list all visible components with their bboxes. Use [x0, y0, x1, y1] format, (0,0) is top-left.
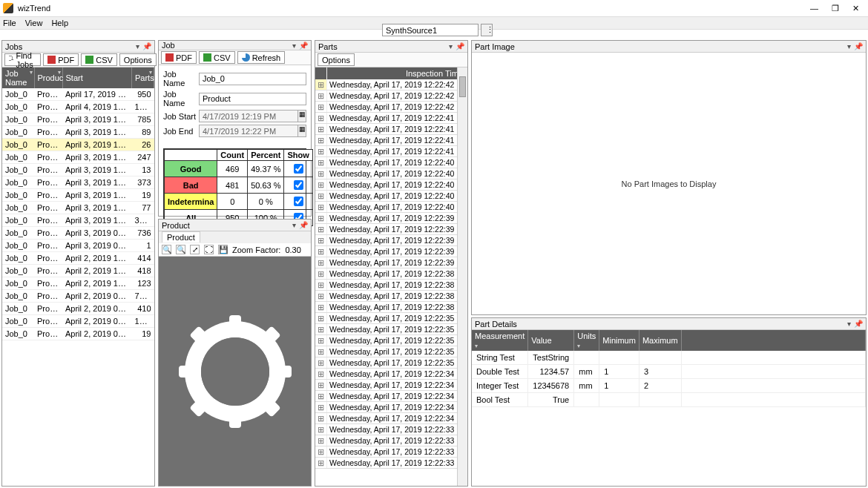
parts-row[interactable]: ⊞Wednesday, April 17, 2019 12:22:35 PMGo…	[315, 324, 457, 335]
col-parts[interactable]: Parts▾	[132, 67, 154, 88]
expand-icon[interactable]: ⊞	[315, 79, 327, 90]
parts-row[interactable]: ⊞Wednesday, April 17, 2019 12:22:35 PMGo…	[315, 357, 457, 369]
jobs-row[interactable]: Job_0ProductApril 2, 2019 08:22 AM1286	[2, 315, 154, 328]
parts-row[interactable]: ⊞Wednesday, April 17, 2019 12:22:39 PMGo…	[315, 257, 457, 268]
expand-icon[interactable]: ⊞	[315, 324, 327, 335]
expand-icon[interactable]: ⊞	[315, 246, 327, 257]
expand-icon[interactable]: ⊞	[315, 135, 327, 146]
details-row[interactable]: Integer Test12345678mm12	[472, 379, 866, 393]
date-picker-icon[interactable]: ▦	[297, 110, 306, 122]
stat-show-checkbox[interactable]	[294, 164, 303, 174]
panel-pin-icon[interactable]: 📌	[299, 42, 308, 50]
parts-row[interactable]: ⊞Wednesday, April 17, 2019 12:22:41 PMGo…	[315, 124, 457, 135]
filter-icon[interactable]: ▾	[30, 69, 33, 76]
parts-row[interactable]: ⊞Wednesday, April 17, 2019 12:22:38 PMGo…	[315, 291, 457, 302]
parts-row[interactable]: ⊞Wednesday, April 17, 2019 12:22:35 PMBa…	[315, 335, 457, 346]
expand-icon[interactable]: ⊞	[315, 179, 327, 191]
parts-row[interactable]: ⊞Wednesday, April 17, 2019 12:22:41 PMGo…	[315, 146, 457, 157]
expand-icon[interactable]: ⊞	[315, 391, 327, 402]
col-measurement[interactable]: Measurement ▾	[472, 330, 528, 351]
parts-row[interactable]: ⊞Wednesday, April 17, 2019 12:22:39 PMGo…	[315, 235, 457, 246]
parts-row[interactable]: ⊞Wednesday, April 17, 2019 12:22:40 PMGo…	[315, 179, 457, 191]
expand-icon[interactable]: ⊞	[315, 313, 327, 324]
job-name-field[interactable]: Job_0	[199, 73, 306, 85]
parts-row[interactable]: ⊞Wednesday, April 17, 2019 12:22:40 PMBa…	[315, 191, 457, 202]
expand-icon[interactable]: ⊞	[315, 435, 327, 446]
expand-icon[interactable]: ⊞	[315, 335, 327, 346]
parts-row[interactable]: ⊞Wednesday, April 17, 2019 12:22:39 PMBa…	[315, 224, 457, 235]
parts-row[interactable]: ⊞Wednesday, April 17, 2019 12:22:35 PMBa…	[315, 346, 457, 357]
parts-row[interactable]: ⊞Wednesday, April 17, 2019 12:22:38 PMBa…	[315, 268, 457, 280]
parts-row[interactable]: ⊞Wednesday, April 17, 2019 12:22:33 PMGo…	[315, 446, 457, 458]
expand-icon[interactable]: ⊞	[315, 124, 327, 135]
panel-pin-icon[interactable]: 📌	[142, 42, 151, 50]
zoom-in-icon[interactable]: 🔍	[162, 245, 171, 254]
details-row[interactable]: Double Test1234.57mm13	[472, 365, 866, 379]
parts-row[interactable]: ⊞Wednesday, April 17, 2019 12:22:33 PMBa…	[315, 435, 457, 446]
expand-icon[interactable]: ⊞	[315, 268, 327, 280]
expand-icon[interactable]: ⊞	[315, 402, 327, 413]
parts-row[interactable]: ⊞Wednesday, April 17, 2019 12:22:39 PMGo…	[315, 213, 457, 224]
expand-icon[interactable]: ⊞	[315, 424, 327, 435]
expand-icon[interactable]: ⊞	[315, 458, 327, 469]
parts-row[interactable]: ⊞Wednesday, April 17, 2019 12:22:33 PMGo…	[315, 424, 457, 435]
expand-icon[interactable]: ⊞	[315, 102, 327, 113]
jobs-row[interactable]: Job_0ProductApril 2, 2019 12:10 PM414	[2, 252, 154, 265]
expand-icon[interactable]: ⊞	[315, 257, 327, 268]
minimize-button[interactable]: —	[810, 4, 818, 13]
col-job-name[interactable]: Job Name▾	[2, 67, 34, 88]
col-inspection-time[interactable]: Inspection Time ▾	[327, 67, 458, 79]
panel-pin-icon[interactable]: 📌	[854, 42, 863, 50]
close-button[interactable]: ✕	[852, 4, 859, 13]
expand-icon[interactable]: ⊞	[315, 357, 327, 369]
expand-icon[interactable]: ⊞	[315, 90, 327, 102]
col-start[interactable]: Start	[62, 67, 132, 88]
job-start-field[interactable]: 4/17/2019 12:19 PM	[199, 110, 298, 122]
panel-menu-icon[interactable]: ▾	[449, 42, 453, 50]
parts-row[interactable]: ⊞Wednesday, April 17, 2019 12:22:34 PMBa…	[315, 369, 457, 380]
jobs-row[interactable]: Job_0ProductApril 2, 2019 10:14 AM123	[2, 277, 154, 290]
job-pdf-button[interactable]: PDF	[161, 51, 197, 64]
expand-icon[interactable]: ⊞	[315, 346, 327, 357]
product-image-viewer[interactable]	[159, 257, 311, 486]
filter-icon[interactable]: ▾	[149, 69, 152, 76]
expand-icon[interactable]: ⊞	[315, 213, 327, 224]
jobs-row[interactable]: Job_0ProductApril 17, 2019 12:19 PM950	[2, 88, 154, 101]
panel-pin-icon[interactable]: 📌	[299, 221, 308, 229]
jobs-grid[interactable]: Job Name▾ Product▾ Start Parts▾ Job_0Pro…	[2, 67, 154, 486]
jobs-row[interactable]: Job_0ProductApril 3, 2019 10:06 AM3091	[2, 214, 154, 227]
jobs-row[interactable]: Job_0ProductApril 2, 2019 08:58 AM410	[2, 303, 154, 315]
jobs-row[interactable]: Job_0ProductApril 3, 2019 10:52 AM26	[2, 139, 154, 151]
details-row[interactable]: Bool TestTrue	[472, 393, 866, 407]
jobs-row[interactable]: Job_0ProductApril 3, 2019 10:54 AM89	[2, 126, 154, 139]
stat-show-checkbox[interactable]	[294, 197, 303, 206]
expand-icon[interactable]: ⊞	[315, 202, 327, 213]
panel-menu-icon[interactable]: ▾	[136, 42, 139, 50]
jobs-row[interactable]: Job_0ProductApril 3, 2019 10:58 AM785	[2, 113, 154, 126]
parts-grid[interactable]: Inspection Time ▾ Disposition ⊞Wednesday…	[315, 67, 457, 486]
details-row[interactable]: String TestTestString	[472, 351, 866, 365]
expand-icon[interactable]: ⊞	[315, 413, 327, 424]
expand-icon[interactable]: ⊞	[315, 380, 327, 391]
panel-menu-icon[interactable]: ▾	[292, 221, 296, 229]
find-jobs-button[interactable]: Find Jobs	[4, 53, 41, 66]
parts-row[interactable]: ⊞Wednesday, April 17, 2019 12:22:34 PMGo…	[315, 402, 457, 413]
parts-row[interactable]: ⊞Wednesday, April 17, 2019 12:22:38 PMGo…	[315, 280, 457, 291]
parts-row[interactable]: ⊞Wednesday, April 17, 2019 12:22:40 PMGo…	[315, 202, 457, 213]
menu-file[interactable]: File	[3, 19, 16, 27]
col-product[interactable]: Product▾	[34, 67, 62, 88]
expand-icon[interactable]: ⊞	[315, 446, 327, 458]
parts-row[interactable]: ⊞Wednesday, April 17, 2019 12:22:35 PMBa…	[315, 313, 457, 324]
parts-row[interactable]: ⊞Wednesday, April 17, 2019 12:22:34 PMGo…	[315, 380, 457, 391]
expand-icon[interactable]: ⊞	[315, 235, 327, 246]
expand-icon[interactable]: ⊞	[315, 146, 327, 157]
jobs-row[interactable]: Job_0ProductApril 3, 2019 09:58 AM736	[2, 227, 154, 240]
expand-icon[interactable]: ⊞	[315, 291, 327, 302]
source-dropdown-button[interactable]: ⋮	[481, 24, 493, 36]
menu-view[interactable]: View	[25, 19, 43, 27]
parts-row[interactable]: ⊞Wednesday, April 17, 2019 12:22:41 PMBa…	[315, 113, 457, 124]
fit-icon[interactable]: ⤢	[190, 245, 200, 254]
date-picker-icon[interactable]: ▦	[297, 125, 306, 137]
jobs-row[interactable]: Job_0ProductApril 3, 2019 09:56 AM1	[2, 240, 154, 252]
col-units[interactable]: Units ▾	[574, 330, 599, 351]
